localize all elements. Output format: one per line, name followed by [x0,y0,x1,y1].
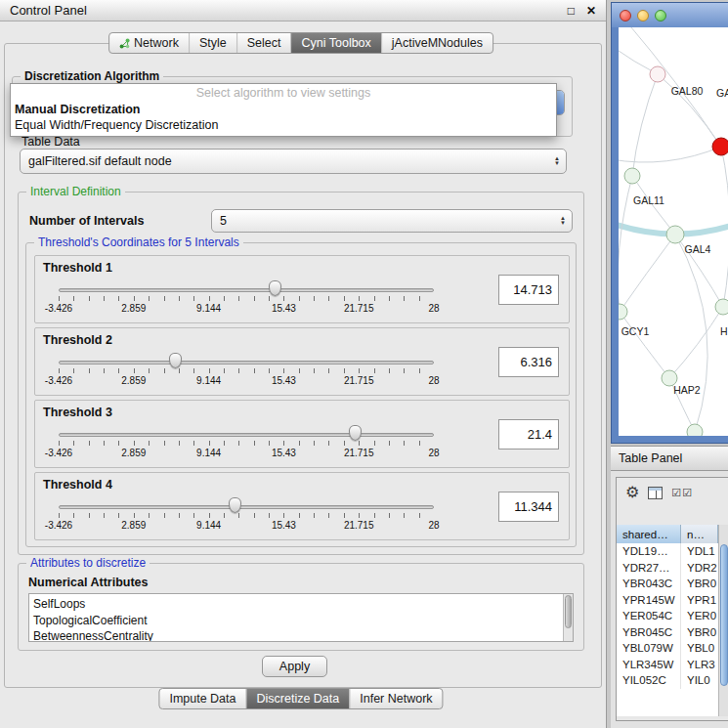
tab-label: Discretize Data [257,692,340,706]
scale-label: 2.859 [121,520,146,531]
table-row[interactable]: YBR045CYBR0 [617,624,718,641]
table-row[interactable]: YLR345WYLR3 [617,657,718,673]
threshold-value-field[interactable]: 21.4 [498,419,559,450]
column-header-shared[interactable]: shared… [617,525,681,543]
slider-track[interactable] [59,433,434,437]
threshold-label: Threshold 3 [43,406,112,419]
table-row[interactable]: YPR145WYPR1 [617,592,718,609]
combobox-value: 5 [212,214,554,228]
network-node[interactable] [666,226,684,243]
slider-thumb[interactable] [269,280,281,296]
scrollbar-thumb[interactable] [565,595,572,628]
slider-scale: -3.4262.8599.14415.4321.71528 [59,520,434,532]
tab-select[interactable]: Select [237,33,292,53]
gear-icon[interactable]: ⚙ [625,485,639,500]
group-title: Discretization Algorithm [21,69,163,83]
numerical-attributes-list[interactable]: SelfLoopsTopologicalCoefficientBetweenne… [28,593,574,642]
table-row[interactable]: YDL19…YDL1 [617,543,718,560]
slider-thumb[interactable] [169,353,182,368]
dropdown-option[interactable]: Equal Width/Frequency Discretization [11,117,556,133]
tab-network[interactable]: Network [109,33,190,53]
list-item[interactable]: SelfLoops [33,596,561,613]
network-canvas[interactable]: GAL80GAL11GAL4GCY1HHAP2GA [619,27,728,436]
network-edge[interactable] [620,235,675,312]
table-cell: YER054C [617,608,681,624]
column-chooser-icon[interactable] [648,487,663,499]
slider-ticks [59,513,434,518]
scale-label: -3.426 [45,303,72,314]
minimize-traffic-light-icon[interactable] [637,10,649,21]
slider-track[interactable] [59,505,434,509]
tab-cyni-toolbox[interactable]: Cyni Toolbox [291,33,381,53]
tab-discretize-data[interactable]: Discretize Data [247,689,351,708]
table-panel-title: Table Panel [619,451,682,465]
node-label: GCY1 [621,325,650,337]
slider-ticks [59,441,434,446]
slider-track[interactable] [59,361,434,364]
table-cell: YBR045C [617,624,681,641]
tab-jactivemnodules[interactable]: jActiveMNodules [382,33,492,53]
control-panel-titlebar[interactable]: Control Panel □ ✕ [0,0,606,21]
table-row[interactable]: YIL052CYIL0 [617,672,718,689]
scale-label: 9.144 [196,448,221,458]
zoom-traffic-light-icon[interactable] [655,10,666,21]
threshold-slider[interactable]: -3.4262.8599.14415.4321.71528 [59,422,434,465]
slider-thumb[interactable] [349,425,362,441]
number-of-intervals-combobox[interactable]: 5 ▲▼ [211,209,573,233]
select-all-rows-icon[interactable]: ☑☑ [671,487,693,499]
network-node[interactable] [687,424,703,436]
tab-infer-network[interactable]: Infer Network [350,689,442,708]
tab-impute-data[interactable]: Impute Data [159,689,246,708]
network-node[interactable] [624,168,640,184]
network-edge[interactable] [632,74,658,176]
table-cell: YLR345W [617,657,681,673]
scale-label: 15.43 [272,448,296,458]
combobox-arrows-icon[interactable]: ▲▼ [548,156,566,166]
network-node[interactable] [619,304,627,320]
scrollbar-thumb[interactable] [720,544,728,686]
list-scrollbar[interactable] [563,594,573,641]
combobox-arrows-icon[interactable]: ▲▼ [554,216,572,226]
table-row[interactable]: YBR043CYBR0 [617,576,718,592]
threshold-slider[interactable]: -3.4262.8599.14415.4321.71528 [59,494,434,537]
network-edge[interactable] [620,312,669,378]
list-item[interactable]: TopologicalCoefficient [33,613,561,629]
table-row[interactable]: YDR27…YDR2 [617,560,718,577]
threshold-slider[interactable]: -3.4262.8599.14415.4321.71528 [59,350,434,393]
network-node[interactable] [715,299,728,315]
table-data-label: Table Data [21,135,80,149]
network-edge[interactable] [669,307,723,378]
table-row[interactable]: YBL079WYBL0 [617,640,718,657]
threshold-value-field[interactable]: 6.316 [498,347,559,377]
table-cell: YLR3 [681,657,718,673]
float-window-icon[interactable]: □ [568,4,575,18]
node-label: GAL80 [671,85,704,97]
close-window-icon[interactable]: ✕ [586,4,596,18]
network-window-titlebar[interactable] [612,3,728,27]
table-panel-titlebar[interactable]: Table Panel [611,446,728,471]
table-scrollbar[interactable] [718,525,728,716]
network-node[interactable] [712,138,728,155]
scale-label: 21.715 [344,303,374,314]
dropdown-option[interactable]: Manual Discretization [11,102,556,117]
apply-button[interactable]: Apply [262,656,327,677]
scale-label: 9.144 [196,375,221,386]
column-header-name[interactable]: n… [681,525,718,543]
table-data-combobox[interactable]: galFiltered.sif default node ▲▼ [20,149,567,174]
slider-track[interactable] [59,288,434,292]
table-cell: YER0 [681,608,718,624]
threshold-slider[interactable]: -3.4262.8599.14415.4321.71528 [59,278,434,321]
list-item[interactable]: BetweennessCentrality [33,628,561,642]
close-traffic-light-icon[interactable] [620,10,631,21]
threshold-value-field[interactable]: 14.713 [498,275,559,305]
threshold-value-field[interactable]: 11.344 [498,492,559,522]
tab-style[interactable]: Style [190,33,237,53]
slider-thumb[interactable] [229,497,241,513]
node-label: GA [716,87,728,99]
dropdown-placeholder: Select algorithm to view settings [11,84,556,102]
network-edge[interactable] [619,176,632,312]
table-row[interactable]: YER054CYER0 [617,608,718,624]
network-node[interactable] [650,66,665,82]
node-label: HAP2 [673,384,701,396]
group-title: Interval Definition [26,185,125,198]
